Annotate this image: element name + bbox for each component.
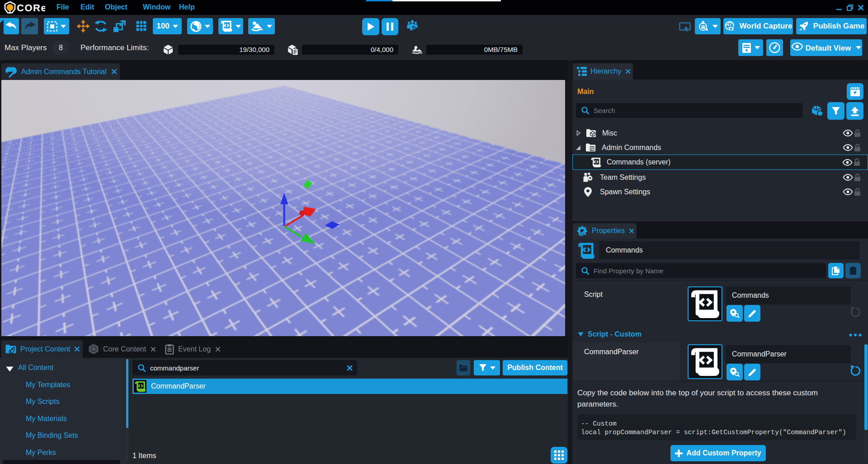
svg-text:CORe: CORe	[17, 2, 45, 14]
